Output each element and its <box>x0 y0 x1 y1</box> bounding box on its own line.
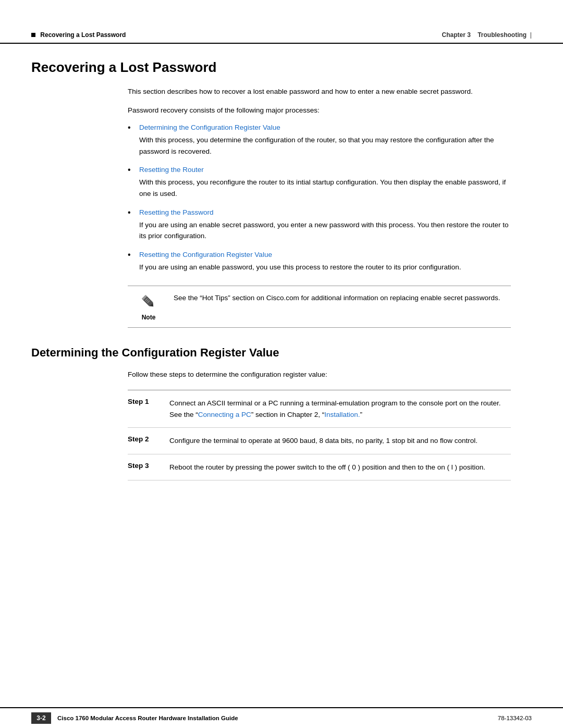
step1-text-after: ” <box>360 411 362 418</box>
step-label-2: Step 2 <box>128 435 169 443</box>
header-chapter: Chapter 3 Troubleshooting | <box>442 31 532 39</box>
link-resetting-config[interactable]: Resetting the Configuration Register Val… <box>139 251 272 258</box>
link-resetting-router[interactable]: Resetting the Router <box>139 166 204 174</box>
footer-doc-title: Cisco 1760 Modular Access Router Hardwar… <box>57 715 238 721</box>
header-section-label: Recovering a Lost Password <box>31 31 126 39</box>
step-row-3: Step 3 Reboot the router by pressing the… <box>128 454 511 481</box>
section1-intro2: Password recovery consists of the follow… <box>128 105 511 116</box>
link-resetting-password[interactable]: Resetting the Password <box>139 208 214 216</box>
section1-intro1: This section describes how to recover a … <box>128 86 511 97</box>
note-text: See the “Hot Tips” section on Cisco.com … <box>174 292 511 304</box>
page-container: Recovering a Lost Password Chapter 3 Tro… <box>0 0 563 728</box>
step-content-3: Reboot the router by pressing the power … <box>169 462 511 473</box>
step-label-3: Step 3 <box>128 462 169 470</box>
list-item: Determining the Configuration Register V… <box>128 123 511 157</box>
bullet-list: Determining the Configuration Register V… <box>128 123 511 273</box>
link-installation[interactable]: Installation. <box>324 411 360 418</box>
note-icon-wrap: Note <box>133 292 164 321</box>
list-item: Resetting the Configuration Register Val… <box>128 250 511 273</box>
step-row-2: Step 2 Configure the terminal to operate… <box>128 428 511 454</box>
footer-doc-code: 78-13342-03 <box>498 715 532 721</box>
note-box: Note See the “Hot Tips” section on Cisco… <box>128 286 511 328</box>
step-label-1: Step 1 <box>128 398 169 405</box>
step-content-2: Configure the terminal to operate at 960… <box>169 435 511 447</box>
section1-body: This section describes how to recover a … <box>128 86 511 328</box>
section1-title: Recovering a Lost Password <box>31 59 532 76</box>
link-connecting-pc[interactable]: Connecting a PC <box>198 411 251 418</box>
pencil-icon <box>139 292 158 313</box>
page-header: Recovering a Lost Password Chapter 3 Tro… <box>0 0 563 44</box>
bullet-desc-1: With this process, you reconfigure the r… <box>139 177 511 199</box>
step1-text-mid: ” section in Chapter 2, “ <box>251 411 324 418</box>
step-content-1: Connect an ASCII terminal or a PC runnin… <box>169 398 511 420</box>
bullet-desc-2: If you are using an enable secret passwo… <box>139 219 511 242</box>
page-footer: 3-2 Cisco 1760 Modular Access Router Har… <box>0 707 563 728</box>
section2-intro: Follow these steps to determine the conf… <box>128 369 511 380</box>
footer-left-block: 3-2 Cisco 1760 Modular Access Router Har… <box>31 712 238 724</box>
list-item: Resetting the Password If you are using … <box>128 208 511 242</box>
page-number: 3-2 <box>31 712 51 724</box>
bullet-desc-0: With this process, you determine the con… <box>139 134 511 157</box>
list-item: Resetting the Router With this process, … <box>128 165 511 199</box>
section2-body: Follow these steps to determine the conf… <box>128 369 511 480</box>
main-content: Recovering a Lost Password This section … <box>0 59 563 501</box>
note-label: Note <box>142 314 156 321</box>
step-row-1: Step 1 Connect an ASCII terminal or a PC… <box>128 390 511 428</box>
link-determining[interactable]: Determining the Configuration Register V… <box>139 124 280 131</box>
section2-title: Determining the Configuration Register V… <box>31 346 532 360</box>
header-bullet <box>31 33 35 37</box>
bullet-desc-3: If you are using an enable password, you… <box>139 262 511 273</box>
